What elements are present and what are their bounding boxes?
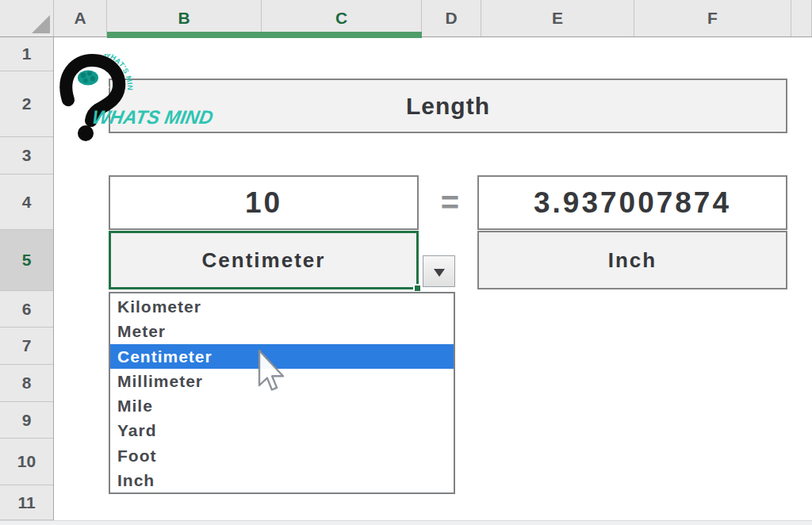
input-value: 10 (245, 186, 282, 220)
dropdown-item-foot[interactable]: Foot (110, 443, 454, 468)
row-header-11[interactable]: 11 (0, 485, 53, 520)
row-header-10[interactable]: 10 (0, 439, 53, 485)
from-unit-cell[interactable]: Centimeter (109, 231, 419, 289)
whats-mind-logo: WHAT'S MIND WHATS MIND (52, 54, 259, 149)
row-header-9[interactable]: 9 (0, 402, 53, 439)
dropdown-item-inch[interactable]: Inch (110, 468, 454, 492)
result-value-cell[interactable]: 3.937007874 (477, 175, 787, 230)
result-value: 3.937007874 (534, 186, 731, 220)
column-header-D[interactable]: D (422, 0, 481, 36)
row-header-8[interactable]: 8 (0, 365, 53, 402)
excel-sheet: ABCDEF 1234567891011 Length 10 = 3.93700… (0, 0, 812, 525)
row-header-1[interactable]: 1 (0, 37, 53, 71)
row-header-4[interactable]: 4 (0, 174, 53, 230)
column-header-F[interactable]: F (634, 0, 791, 36)
row-header-7[interactable]: 7 (0, 328, 53, 365)
dropdown-item-mile[interactable]: Mile (110, 393, 454, 418)
dropdown-button[interactable] (423, 255, 455, 287)
row-header-6[interactable]: 6 (0, 291, 53, 328)
input-value-cell[interactable]: 10 (109, 175, 419, 230)
dropdown-item-meter[interactable]: Meter (110, 319, 454, 343)
select-all-corner[interactable] (0, 0, 54, 36)
to-unit-cell[interactable]: Inch (477, 231, 787, 289)
column-header-partial[interactable] (791, 0, 812, 36)
column-header-A[interactable]: A (54, 0, 107, 36)
from-unit-label: Centimeter (202, 248, 326, 273)
logo-script-text: WHATS MIND (90, 106, 215, 128)
row-header-3[interactable]: 3 (0, 137, 53, 174)
equals-sign: = (441, 185, 459, 220)
row-header-2[interactable]: 2 (0, 71, 53, 137)
mouse-cursor-icon (258, 349, 289, 395)
column-header-E[interactable]: E (481, 0, 634, 36)
select-all-triangle-icon (32, 15, 50, 33)
to-unit-label: Inch (608, 248, 657, 273)
length-banner-label: Length (406, 93, 490, 120)
bottom-edge-strip (0, 520, 812, 525)
equals-cell[interactable]: = (419, 175, 481, 230)
selected-columns-underline (107, 32, 422, 38)
dropdown-item-yard[interactable]: Yard (110, 418, 454, 443)
brain-icon (78, 71, 98, 86)
dropdown-arrow-icon (434, 269, 445, 277)
row-header-5[interactable]: 5 (0, 230, 53, 291)
row-headers: 1234567891011 (0, 37, 54, 520)
dropdown-item-kilometer[interactable]: Kilometer (110, 294, 454, 319)
